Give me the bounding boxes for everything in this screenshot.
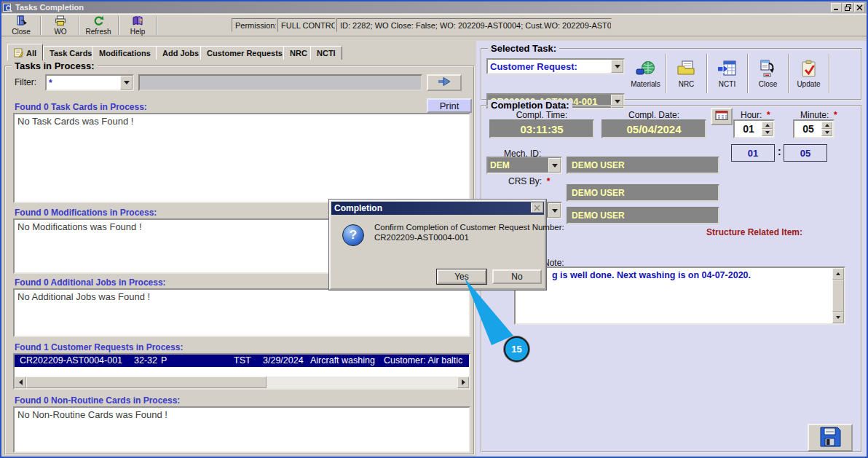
window-title: Tasks Completion [15,3,830,12]
selected-task-group: Selected Task: Customer Request: CR20220… [481,48,862,100]
toolbar-separator [666,54,667,93]
toolbar-separator [706,54,708,93]
tab-nrc[interactable]: NRC [283,46,314,60]
nrc-button[interactable]: NRC [668,53,704,94]
tasklist-icon [14,48,23,59]
section-header: Found 1 Customer Requests in Process: [15,342,183,352]
horizontal-scrollbar[interactable] [15,376,469,388]
calendar-button[interactable] [711,108,733,125]
task-button-label: NRC [679,80,695,88]
filter-label: Filter: [15,77,36,87]
dialog-close-icon[interactable] [531,202,543,213]
refresh-icon [92,15,104,28]
compl-date-field: 05/04/2024 [601,119,706,138]
tab-add-jobs[interactable]: Add Jobs [156,46,205,60]
svg-text:?: ? [139,17,143,24]
filter-combobox[interactable]: * [45,74,134,91]
yes-button[interactable]: Yes [437,269,486,284]
minute-spinner[interactable]: 05 [793,119,835,138]
spin-up-icon[interactable] [821,122,832,129]
minimize-button[interactable] [831,3,842,12]
tab-all[interactable]: All [7,44,43,60]
section-header: Found 0 Additional Jobs in Process: [15,277,166,288]
scroll-right-icon[interactable] [457,376,469,388]
close-task-button[interactable]: Close [750,53,786,94]
note-textarea[interactable]: g is well done. Next washing is on 04-07… [514,266,845,325]
ncti-button[interactable]: NCTI [709,53,745,94]
help-button[interactable]: ? Help [121,15,154,36]
empty-list-text: No Additional Jobs was Found ! [17,291,150,302]
mech-id-value: DEM [490,160,510,170]
permission-label-box: Permission: [232,18,277,32]
compl-time-value: 03:11:35 [520,123,563,135]
pil-name-field: DEMO USER [567,207,719,224]
toolbar-separator [79,16,80,35]
chevron-down-icon[interactable] [120,76,133,90]
tab-modifications[interactable]: Modifications [92,46,157,60]
chevron-down-icon[interactable] [611,60,623,73]
tab-customer-requests[interactable]: Customer Requests [200,46,289,60]
task-type-combobox[interactable]: Customer Request: [486,58,625,74]
tab-ncti[interactable]: NCTI [310,46,342,60]
task-cards-list[interactable]: No Task Cards was Found ! [13,113,470,203]
tab-label: Add Jobs [162,49,199,58]
spin-down-icon[interactable] [762,129,773,136]
update-button[interactable]: Update [791,53,826,94]
scroll-left-icon[interactable] [15,376,26,388]
customer-requests-list[interactable]: CR202209-AST0004-001 32-32 P TST 3/29/20… [13,353,470,390]
note-text: g is well done. Next washing is on 04-07… [552,270,751,280]
no-button-label: No [511,272,522,282]
tab-task-cards[interactable]: Task Cards [43,46,99,60]
vertical-scrollbar[interactable] [832,268,844,323]
callout-number: 15 [511,344,521,355]
mech-name-field: DEMO USER [567,157,719,174]
scrollbar-thumb[interactable] [832,280,844,312]
apply-filter-button[interactable] [427,74,462,91]
close-toolbar-button[interactable]: Close [4,15,38,36]
restore-button[interactable] [843,3,853,12]
compl-date-value: 05/04/2024 [626,123,681,135]
filter-text-field[interactable] [138,74,422,91]
chevron-down-icon[interactable] [548,203,561,218]
callout-step-badge: 15 [504,336,529,362]
task-type-value: Customer Request: [490,61,577,72]
non-routine-cards-list[interactable]: No Non-Routine Cards was Found ! [13,406,470,453]
ata-cell: 32-32 [134,355,157,366]
toolbar-separator [747,54,749,93]
wo-button[interactable]: WO [44,15,77,36]
print-button[interactable]: Print [427,98,472,113]
toolbar-button-label: Close [12,28,31,36]
close-window-button[interactable] [854,3,865,12]
clipboard-check-icon [799,60,819,80]
section-header: Found 0 Modifications in Process: [15,208,157,218]
group-title: Tasks in Process: [12,60,98,71]
scroll-up-icon[interactable] [832,268,844,280]
spin-down-icon[interactable] [821,129,832,136]
hour-spinner[interactable]: 01 [733,119,775,138]
save-button[interactable] [808,424,853,451]
spin-up-icon[interactable] [762,122,773,129]
save-floppy-icon [818,426,842,450]
no-button[interactable]: No [492,269,542,284]
refresh-button[interactable]: Refresh [82,15,115,36]
scrollbar-thumb[interactable] [26,376,267,388]
tab-label: NCTI [317,49,336,58]
time-colon: : [778,146,781,157]
tasks-completion-window: Tasks Completion Close WO Refresh ? Help… [0,0,868,458]
scroll-down-icon[interactable] [832,312,844,323]
toolbar-separator [118,16,119,35]
dialog-title-bar: Completion [331,202,544,215]
description-cell: Aircraft washing [310,355,375,366]
chevron-down-icon[interactable] [548,158,561,173]
minute-display: 05 [784,144,827,162]
minute-label: Minute: * [800,110,837,120]
permission-value: FULL CONTROL [281,21,336,30]
mech-id-combobox[interactable]: DEM [486,157,562,174]
materials-button[interactable]: Materials [628,53,663,94]
additional-jobs-list[interactable]: No Additional Jobs was Found ! [13,288,470,337]
hour-display: 01 [731,144,775,162]
help-book-icon: ? [132,15,143,28]
customer-request-row-selected[interactable]: CR202209-AST0004-001 32-32 P TST 3/29/20… [15,355,469,367]
tab-label: Modifications [99,49,151,58]
right-arrow-icon [437,77,451,88]
